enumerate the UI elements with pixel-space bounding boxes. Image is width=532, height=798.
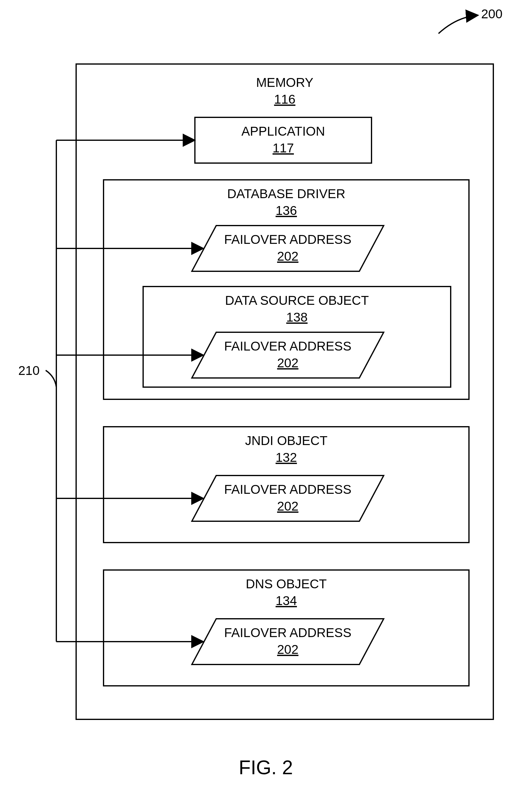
svg-rect-0	[76, 64, 493, 719]
dns-failover-block: FAILOVER ADDRESS 202	[192, 619, 384, 665]
memory-block: MEMORY 116	[76, 64, 493, 719]
data-source-block: DATA SOURCE OBJECT 138 FAILOVER ADDRESS …	[143, 287, 451, 387]
jndi-title: JNDI OBJECT	[245, 433, 328, 448]
figure-ref-tag: 200	[438, 7, 502, 34]
dns-failover-title: FAILOVER ADDRESS	[224, 625, 352, 640]
figure-svg: 200 MEMORY 116 APPLICATION 117 DATABASE …	[0, 0, 532, 798]
application-num: 117	[272, 141, 294, 155]
dns-failover-num: 202	[277, 642, 299, 656]
db-failover-block: FAILOVER ADDRESS 202	[192, 225, 384, 271]
ds-failover-title: FAILOVER ADDRESS	[224, 339, 352, 353]
dns-title: DNS OBJECT	[246, 577, 327, 591]
memory-title: MEMORY	[256, 75, 314, 90]
figure-ref-text: 200	[481, 7, 502, 21]
data-source-title: DATA SOURCE OBJECT	[225, 293, 369, 308]
side-ref: 210	[18, 363, 56, 387]
memory-num: 116	[274, 92, 296, 106]
jndi-num: 132	[276, 450, 297, 465]
data-source-num: 138	[286, 310, 308, 324]
jndi-block: JNDI OBJECT 132 FAILOVER ADDRESS 202	[103, 427, 469, 543]
jndi-failover-title: FAILOVER ADDRESS	[224, 482, 352, 496]
db-failover-title: FAILOVER ADDRESS	[224, 232, 352, 247]
application-block: APPLICATION 117	[195, 117, 372, 163]
application-title: APPLICATION	[242, 124, 325, 139]
db-driver-num: 136	[276, 203, 297, 218]
arrow-fan	[56, 140, 204, 642]
jndi-failover-num: 202	[277, 499, 299, 513]
side-ref-text: 210	[18, 363, 40, 378]
db-driver-title: DATABASE DRIVER	[227, 186, 345, 201]
figure-caption: FIG. 2	[239, 757, 293, 779]
dns--num: 134	[276, 594, 297, 608]
jndi-failover-block: FAILOVER ADDRESS 202	[192, 475, 384, 521]
dns-block: DNS OBJECT 134 FAILOVER ADDRESS 202	[103, 570, 469, 686]
ds-failover-block: FAILOVER ADDRESS 202	[192, 332, 384, 378]
ds-failover-num: 202	[277, 356, 299, 370]
db-failover-num: 202	[277, 249, 299, 264]
db-driver-block: DATABASE DRIVER 136 FAILOVER ADDRESS 202…	[103, 180, 469, 399]
